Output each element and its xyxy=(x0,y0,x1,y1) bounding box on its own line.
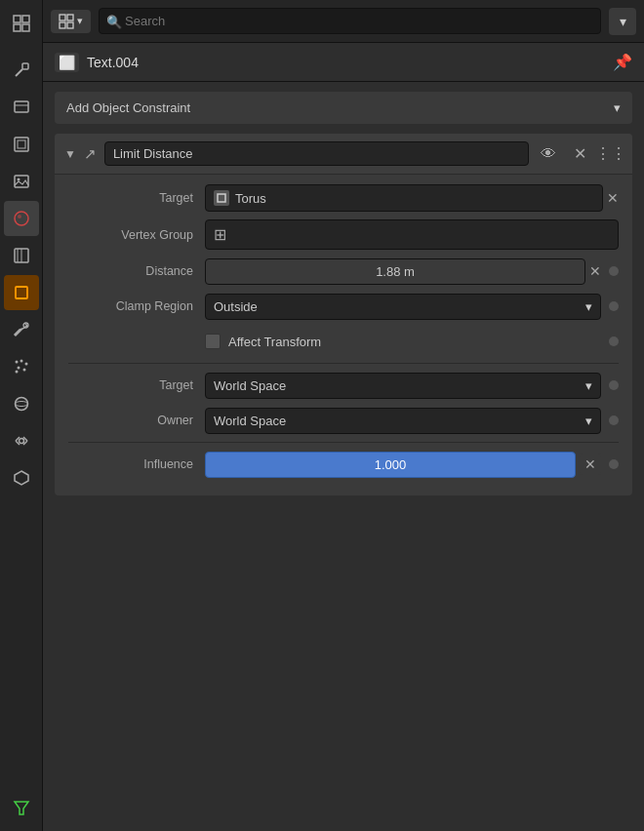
svg-rect-17 xyxy=(16,287,27,298)
sidebar-item-data[interactable] xyxy=(4,460,39,495)
constraint-more-btn[interactable]: ⋮⋮ xyxy=(599,142,623,166)
space-target-arrow: ▾ xyxy=(585,378,592,393)
sidebar-item-object[interactable] xyxy=(4,275,39,310)
sidebar-item-particles[interactable] xyxy=(4,349,39,384)
target-obj-icon xyxy=(214,190,229,206)
constraint-name-input[interactable] xyxy=(104,141,529,166)
svg-point-21 xyxy=(24,363,27,366)
distance-field-row: Distance 1.88 m ✕ xyxy=(68,257,619,285)
svg-point-20 xyxy=(20,360,22,363)
space-owner-arrow: ▾ xyxy=(585,414,592,428)
svg-point-12 xyxy=(15,212,28,225)
search-icon: 🔍 xyxy=(106,14,122,28)
influence-value: 1.000 xyxy=(375,457,407,472)
distance-input[interactable]: 1.88 m xyxy=(205,258,585,285)
svg-point-27 xyxy=(19,439,23,444)
distance-label: Distance xyxy=(68,264,205,278)
divider-1 xyxy=(68,363,619,364)
constraint-delete-btn[interactable]: ✕ xyxy=(568,142,591,166)
distance-value: 1.88 m xyxy=(376,264,415,279)
svg-rect-33 xyxy=(67,22,73,28)
sidebar-rail xyxy=(0,0,43,831)
sidebar-item-shader[interactable] xyxy=(4,201,39,236)
header-row: ⬜ Text.004 📌 xyxy=(43,43,644,82)
svg-marker-29 xyxy=(15,802,28,814)
constraint-type-icon: ↗ xyxy=(84,145,97,163)
affect-transform-checkbox-label: Affect Transform xyxy=(228,335,321,349)
affect-transform-field-row: Affect Transform xyxy=(68,328,619,355)
clamp-region-field-value: Outside ▾ xyxy=(205,294,619,320)
influence-field-value: 1.000 ✕ xyxy=(205,452,619,478)
affect-transform-checkbox[interactable] xyxy=(205,334,221,349)
sidebar-item-filter[interactable] xyxy=(4,790,39,825)
editor-type-dropdown[interactable]: ▾ xyxy=(51,10,91,33)
influence-input[interactable]: 1.000 xyxy=(205,452,576,478)
pin-icon[interactable]: 📌 xyxy=(613,53,632,71)
sidebar-item-physics[interactable] xyxy=(4,386,39,421)
space-owner-field-row: Owner World Space ▾ xyxy=(68,407,619,434)
sidebar-item-world[interactable] xyxy=(4,238,39,273)
space-owner-dot xyxy=(609,416,619,425)
constraint-collapse-arrow[interactable]: ▼ xyxy=(64,147,76,161)
constraint-body: Target Torus ✕ xyxy=(55,175,632,495)
clamp-region-arrow: ▾ xyxy=(585,299,592,314)
target-select[interactable]: Torus xyxy=(205,184,603,212)
influence-dot xyxy=(609,459,619,469)
object-type-icon: ⬜ xyxy=(55,53,79,72)
influence-label: Influence xyxy=(68,457,205,471)
space-target-label: Target xyxy=(68,378,205,392)
target-clear-btn[interactable]: ✕ xyxy=(607,190,619,206)
svg-rect-6 xyxy=(15,101,28,112)
svg-rect-1 xyxy=(22,16,29,22)
search-wrap: 🔍 xyxy=(99,8,601,34)
space-target-field-value: World Space ▾ xyxy=(205,373,619,399)
svg-marker-28 xyxy=(15,471,28,485)
space-target-dropdown[interactable]: World Space ▾ xyxy=(205,373,601,399)
distance-clear-btn[interactable]: ✕ xyxy=(589,263,601,279)
search-input[interactable] xyxy=(99,8,601,34)
add-constraint-arrow: ▾ xyxy=(614,100,621,115)
distance-field-value: 1.88 m ✕ xyxy=(205,258,619,285)
editor-switcher: ▾ xyxy=(51,10,91,33)
top-bar: ▾ 🔍 ▾ xyxy=(43,0,644,43)
vertex-group-field-row: Vertex Group ⊞ xyxy=(68,219,619,250)
constraint-card: ▼ ↗ 👁 ✕ ⋮⋮ Target xyxy=(55,134,632,495)
clamp-region-keyframe-dot xyxy=(609,301,619,311)
affect-transform-dot xyxy=(609,336,619,346)
influence-field-row: Influence 1.000 ✕ xyxy=(68,451,619,478)
space-owner-dropdown[interactable]: World Space ▾ xyxy=(205,408,601,434)
svg-point-23 xyxy=(22,369,25,372)
svg-rect-2 xyxy=(14,24,20,31)
sidebar-item-tools[interactable] xyxy=(4,53,39,88)
editor-type-btn[interactable] xyxy=(4,6,39,41)
svg-point-11 xyxy=(17,178,20,181)
space-owner-label: Owner xyxy=(68,414,205,427)
svg-point-25 xyxy=(15,398,27,411)
sidebar-item-scene[interactable] xyxy=(4,90,39,125)
svg-point-24 xyxy=(15,371,18,374)
svg-line-4 xyxy=(16,69,22,76)
sidebar-item-constraints[interactable] xyxy=(4,423,39,458)
vertex-group-label: Vertex Group xyxy=(68,228,205,242)
svg-rect-31 xyxy=(67,15,73,20)
space-owner-value: World Space xyxy=(214,414,286,428)
divider-2 xyxy=(68,442,619,443)
svg-point-22 xyxy=(17,367,20,370)
svg-rect-9 xyxy=(18,140,25,148)
sidebar-item-image[interactable] xyxy=(4,164,39,199)
distance-keyframe-dot xyxy=(609,266,619,276)
sidebar-item-render[interactable] xyxy=(4,127,39,162)
target-field-row: Target Torus ✕ xyxy=(68,184,619,212)
svg-rect-8 xyxy=(15,138,28,151)
svg-rect-32 xyxy=(60,22,65,28)
constraint-visibility-btn[interactable]: 👁 xyxy=(537,142,560,166)
influence-clear-btn[interactable]: ✕ xyxy=(580,454,601,475)
add-constraint-button[interactable]: Add Object Constraint ▾ xyxy=(55,92,632,124)
affect-transform-field-value: Affect Transform xyxy=(205,334,619,349)
vertex-group-input[interactable]: ⊞ xyxy=(205,219,619,250)
target-value: Torus xyxy=(235,191,266,206)
collapse-panel-btn[interactable]: ▾ xyxy=(609,8,636,35)
space-target-field-row: Target World Space ▾ xyxy=(68,372,619,399)
sidebar-item-modifier[interactable] xyxy=(4,312,39,347)
clamp-region-dropdown[interactable]: Outside ▾ xyxy=(205,294,601,320)
